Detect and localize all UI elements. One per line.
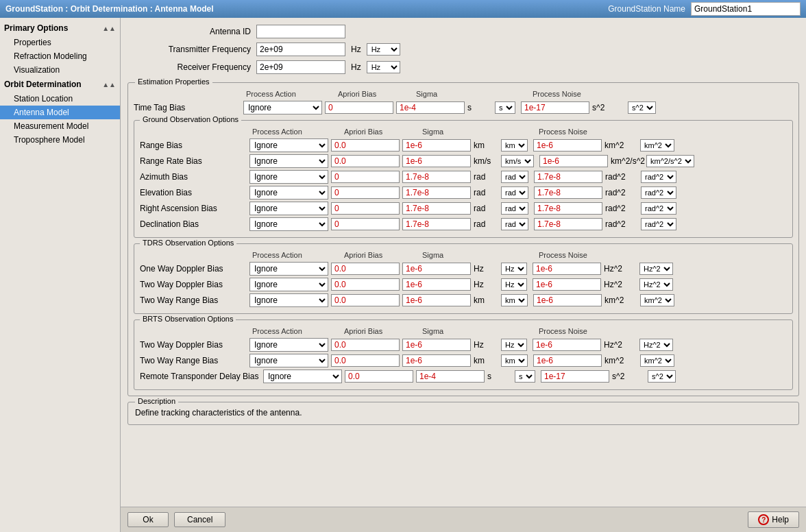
remote-transponder-delay-bias-pa-select[interactable]: IgnoreConsiderEstimate [263,370,342,383]
cancel-button[interactable]: Cancel [174,512,225,527]
brts-two-way-doppler-bias-pa-select[interactable]: IgnoreConsiderEstimate [249,338,328,352]
declination-bias-pa-select[interactable]: IgnoreConsiderEstimate [249,217,328,231]
tdrs-two-way-range-bias-label: Two Way Range Bias [140,295,249,305]
tdrs-two-way-doppler-bias-pn[interactable] [533,278,601,291]
elevation-bias-sigma[interactable] [402,186,471,199]
receiver-freq-input[interactable] [256,60,345,74]
remote-transponder-delay-bias-pn[interactable] [541,370,609,383]
range-bias-pa-select[interactable]: IgnoreConsiderEstimate [249,138,328,152]
one-way-doppler-bias-pn-unit-select[interactable]: Hz^2 [639,263,673,275]
tdrs-two-way-range-bias-pn-unit-select[interactable]: km^2 [640,294,674,306]
range-rate-bias-apriori[interactable] [331,155,400,167]
remote-transponder-delay-bias-sigma[interactable] [416,370,485,383]
azimuth-bias-pn-unit-select[interactable]: rad^2 [641,171,676,183]
time-tag-bias-sigma-unit: s [467,103,493,112]
tdrs-two-way-range-bias-sigma[interactable] [402,294,471,306]
azimuth-bias-pn[interactable] [534,171,602,183]
receiver-freq-unit-select[interactable]: HzkHzMHzGHz [367,61,400,73]
sidebar-item-properties[interactable]: Properties [0,36,120,49]
range-rate-bias-sigma-unit-select[interactable]: km/s [501,155,534,167]
right-ascension-bias-pn-unit-select[interactable]: rad^2 [641,202,676,215]
right-ascension-bias-sigma[interactable] [402,202,471,215]
sidebar-item-station-location[interactable]: Station Location [0,92,120,106]
elevation-bias-sigma-unit-select[interactable]: rad [501,186,528,199]
range-bias-sigma[interactable] [402,139,471,152]
remote-transponder-delay-bias-pn-unit-select[interactable]: s^2 [648,370,676,383]
sidebar-item-antenna-model[interactable]: Antenna Model [0,106,120,119]
remote-transponder-delay-bias-sigma-unit-select[interactable]: s [515,370,535,383]
time-tag-bias-apriori[interactable] [325,101,393,114]
brts-two-way-doppler-bias-sigma[interactable] [402,339,471,351]
range-rate-bias-sigma[interactable] [402,155,471,167]
tdrs-two-way-doppler-bias-pa-select[interactable]: IgnoreConsiderEstimate [249,278,328,291]
brts-two-way-doppler-bias-sigma-unit-select[interactable]: Hz [501,339,527,351]
time-tag-bias-pa-select[interactable]: IgnoreConsiderEstimate [243,101,322,114]
tdrs-two-way-doppler-bias-pn-unit-select[interactable]: Hz^2 [639,278,673,291]
transmitter-freq-input[interactable] [256,43,345,56]
tdrs-two-way-doppler-bias-apriori[interactable] [331,278,400,291]
tdrs-two-way-range-bias-pa-select[interactable]: IgnoreConsiderEstimate [249,293,328,307]
brts-two-way-doppler-bias-apriori[interactable] [331,339,400,351]
one-way-doppler-bias-pn[interactable] [533,263,601,275]
elevation-bias-pn-unit-select[interactable]: rad^2 [641,186,676,199]
declination-bias-apriori[interactable] [331,218,400,230]
tdrs-two-way-doppler-bias-sigma-unit-select[interactable]: Hz [501,278,527,291]
time-tag-bias-sigma-unit-select[interactable]: s [495,101,515,114]
range-bias-pn[interactable] [533,139,602,152]
elevation-bias-pn[interactable] [534,186,602,199]
tdrs-two-way-doppler-bias-sigma[interactable] [402,278,471,291]
orbit-determination-header[interactable]: Orbit Determination ▲▲ [0,77,120,92]
range-rate-bias-pn-unit-select[interactable]: km^2/s^2 [646,155,694,167]
remote-transponder-delay-bias-apriori[interactable] [345,370,413,383]
brts-two-way-range-bias-pn[interactable] [533,354,602,367]
sidebar-item-visualization[interactable]: Visualization [0,63,120,77]
elevation-bias-apriori[interactable] [331,186,400,199]
azimuth-bias-apriori[interactable] [331,171,400,183]
range-bias-sigma-unit-select[interactable]: km [501,139,528,152]
declination-bias-pn[interactable] [534,218,602,230]
range-rate-bias-pn[interactable] [539,155,608,167]
primary-options-header[interactable]: Primary Options ▲▲ [0,21,120,36]
brts-two-way-range-bias-sigma[interactable] [402,354,471,367]
help-button[interactable]: ? Help [748,511,799,528]
brts-two-way-doppler-bias-pn-unit-select[interactable]: Hz^2 [639,339,673,351]
gs-name-input[interactable] [691,2,801,16]
brts-two-way-range-bias-pn-unit-select[interactable]: km^2 [640,354,674,367]
sidebar-item-refraction-modeling[interactable]: Refraction Modeling [0,49,120,63]
brts-two-way-range-bias-pa-select[interactable]: IgnoreConsiderEstimate [249,354,328,367]
time-tag-bias-sigma[interactable] [396,101,465,114]
one-way-doppler-bias-pa-select[interactable]: IgnoreConsiderEstimate [249,262,328,276]
range-bias-apriori[interactable] [331,139,400,152]
range-bias-pn-unit-select[interactable]: km^2 [640,139,674,152]
brts-two-way-doppler-bias-pn[interactable] [533,339,601,351]
right-ascension-bias-pa-select[interactable]: IgnoreConsiderEstimate [249,202,328,215]
tdrs-two-way-range-bias-pn[interactable] [533,294,602,306]
sidebar-item-measurement-model[interactable]: Measurement Model [0,119,120,133]
est-col-pa: Process Action [246,90,335,98]
elevation-bias-pa-select[interactable]: IgnoreConsiderEstimate [249,186,328,200]
right-ascension-bias-pn[interactable] [534,202,602,215]
azimuth-bias-sigma[interactable] [402,171,471,183]
tdrs-two-way-range-bias-sigma-unit-select[interactable]: km [501,294,528,306]
declination-bias-sigma-unit-select[interactable]: rad [501,218,528,230]
transmitter-freq-unit-select[interactable]: HzkHzMHzGHz [367,43,400,56]
range-rate-bias-pa-select[interactable]: IgnoreConsiderEstimate [249,154,328,168]
one-way-doppler-bias-sigma[interactable] [402,263,471,275]
time-tag-bias-pn-unit-select[interactable]: s^2 [628,101,656,114]
sidebar-item-troposphere-model[interactable]: Troposphere Model [0,133,120,147]
declination-bias-sigma[interactable] [402,218,471,230]
right-ascension-bias-sigma-unit-select[interactable]: rad [501,202,528,215]
brts-two-way-range-bias-apriori[interactable] [331,354,400,367]
one-way-doppler-bias-apriori[interactable] [331,263,400,275]
tdrs-two-way-range-bias-apriori[interactable] [331,294,400,306]
time-tag-bias-pn[interactable] [521,101,589,114]
right-ascension-bias-apriori[interactable] [331,202,400,215]
brts-col-headers: Process Action Apriori Bias Sigma Proces… [140,327,787,335]
antenna-id-input[interactable] [256,25,345,38]
one-way-doppler-bias-sigma-unit-select[interactable]: Hz [501,263,527,275]
declination-bias-pn-unit-select[interactable]: rad^2 [641,218,676,230]
azimuth-bias-sigma-unit-select[interactable]: rad [501,171,528,183]
brts-two-way-range-bias-sigma-unit-select[interactable]: km [501,354,528,367]
azimuth-bias-pa-select[interactable]: IgnoreConsiderEstimate [249,170,328,184]
ok-button[interactable]: Ok [127,512,169,527]
